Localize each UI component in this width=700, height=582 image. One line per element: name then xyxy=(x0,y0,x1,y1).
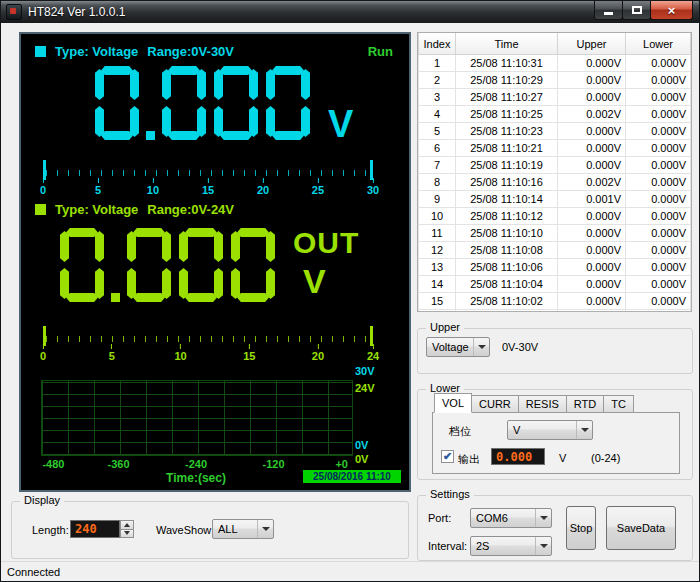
waveform-graph xyxy=(41,380,353,456)
cell-index: 3 xyxy=(419,89,456,106)
tab-resis[interactable]: RESIS xyxy=(518,395,567,413)
scale-tick-label: 15 xyxy=(243,344,255,362)
interval-value: 2S xyxy=(476,540,489,552)
cell-index: 5 xyxy=(419,123,456,140)
cell-lower: 0.000V xyxy=(626,157,691,174)
scale-endbar xyxy=(370,160,373,180)
lower-tabs: VOL CURR RESIS RTD TC xyxy=(434,393,633,413)
cell-lower: 0.000V xyxy=(626,140,691,157)
table-row: 1525/08 11:10:020.000V0.000V xyxy=(419,293,691,310)
scale-tick-label: 24 xyxy=(367,344,379,362)
table-row: 725/08 11:10:190.000V0.000V xyxy=(419,157,691,174)
chevron-down-icon xyxy=(473,338,489,356)
cell-index: 6 xyxy=(419,140,456,157)
table-row: 125/08 11:10:310.000V0.000V xyxy=(419,55,691,72)
spin-down-icon xyxy=(124,531,130,535)
check-icon: ✔ xyxy=(443,451,452,462)
scale-tick-label: 0 xyxy=(40,344,46,362)
output-checkbox[interactable]: ✔ xyxy=(441,450,454,463)
cell-lower: 0.000V xyxy=(626,259,691,276)
cell-lower: 0.000V xyxy=(626,242,691,259)
lower-channel-icon xyxy=(35,204,46,215)
cell-time: 25/08 11:10:14 xyxy=(456,191,558,208)
stop-button[interactable]: Stop xyxy=(566,506,596,550)
range-select[interactable]: V xyxy=(507,420,593,440)
savedata-button[interactable]: SaveData xyxy=(606,506,676,550)
cell-upper: 0.000V xyxy=(558,140,626,157)
output-range-label: (0-24) xyxy=(591,452,620,464)
chevron-down-icon xyxy=(535,537,551,555)
maximize-button[interactable] xyxy=(622,1,651,20)
table-row: 825/08 11:10:160.002V0.000V xyxy=(419,174,691,191)
cell-time: 25/08 11:10:08 xyxy=(456,242,558,259)
lower-channel-header: Type: Voltage Range:0V-24V xyxy=(35,202,234,217)
chevron-down-icon xyxy=(535,509,551,527)
cell-upper: 0.000V xyxy=(558,242,626,259)
settings-group-title: Settings xyxy=(426,488,474,500)
timestamp-badge: 25/08/2016 11:10 xyxy=(303,470,401,483)
window-controls: × xyxy=(595,1,693,20)
cell-time: 25/08 11:10:19 xyxy=(456,157,558,174)
tab-curr[interactable]: CURR xyxy=(471,395,519,413)
lower-range-label: Range:0V-24V xyxy=(147,202,234,217)
tab-tc[interactable]: TC xyxy=(603,395,634,413)
lower-lcd xyxy=(56,228,279,302)
scale-tick-label: 25 xyxy=(312,178,324,196)
cell-upper: 0.000V xyxy=(558,208,626,225)
window-title: HT824 Ver 1.0.0.1 xyxy=(28,5,125,19)
cell-upper: 0.000V xyxy=(558,293,626,310)
vol-tab-panel: 档位 V ✔ 输出 0.000 V (0-24) xyxy=(432,412,680,474)
interval-label: Interval: xyxy=(428,540,467,552)
maximize-icon xyxy=(632,6,642,14)
cell-time: 25/08 11:10:29 xyxy=(456,72,558,89)
table-row: 225/08 11:10:290.000V0.000V xyxy=(419,72,691,89)
port-select[interactable]: COM6 xyxy=(470,508,552,528)
output-label: 输出 xyxy=(458,452,480,467)
table-row: 1625/08 11:10:000.001V0.000V xyxy=(419,310,691,313)
cell-upper: 0.002V xyxy=(558,174,626,191)
upper-unit-label: V xyxy=(328,108,353,140)
port-value: COM6 xyxy=(476,512,508,524)
graph-x-label: +0 xyxy=(335,458,348,470)
minimize-button[interactable] xyxy=(594,1,623,20)
close-button[interactable]: × xyxy=(650,1,693,20)
tab-vol[interactable]: VOL xyxy=(434,393,472,413)
waveshow-value: ALL xyxy=(218,523,238,535)
cell-upper: 0.002V xyxy=(558,106,626,123)
spin-up-icon xyxy=(124,523,130,527)
scale-ticks xyxy=(46,336,370,342)
run-status: Run xyxy=(368,44,393,59)
cell-time: 25/08 11:10:16 xyxy=(456,174,558,191)
interval-select[interactable]: 2S xyxy=(470,536,552,556)
titlebar[interactable]: HT824 Ver 1.0.0.1 × xyxy=(1,1,699,23)
cell-lower: 0.000V xyxy=(626,72,691,89)
upper-channel-select[interactable]: Voltage xyxy=(426,337,490,357)
statusbar: Connected xyxy=(1,561,699,581)
cell-index: 9 xyxy=(419,191,456,208)
graph-ymin-upper: 0V xyxy=(355,439,368,451)
cell-index: 4 xyxy=(419,106,456,123)
cell-time: 25/08 11:10:04 xyxy=(456,276,558,293)
log-table[interactable]: Index Time Upper Lower 125/08 11:10:310.… xyxy=(417,32,692,312)
cell-index: 13 xyxy=(419,259,456,276)
tab-rtd[interactable]: RTD xyxy=(566,395,604,413)
waveshow-select[interactable]: ALL xyxy=(212,519,274,539)
col-time: Time xyxy=(456,33,558,55)
graph-ymax-upper: 30V xyxy=(355,365,375,377)
scale-tick-label: 10 xyxy=(174,344,186,362)
length-input[interactable]: 240 xyxy=(70,520,120,538)
output-value-input[interactable]: 0.000 xyxy=(491,448,545,465)
scale-tick-label: 5 xyxy=(109,344,115,362)
cell-lower: 0.000V xyxy=(626,191,691,208)
col-upper: Upper xyxy=(558,33,626,55)
cell-upper: 0.001V xyxy=(558,191,626,208)
output-unit-label: V xyxy=(559,452,566,464)
table-row: 1425/08 11:10:040.000V0.000V xyxy=(419,276,691,293)
cell-upper: 0.001V xyxy=(558,310,626,313)
cell-time: 25/08 11:10:23 xyxy=(456,123,558,140)
cell-time: 25/08 11:10:00 xyxy=(456,310,558,313)
cell-index: 11 xyxy=(419,225,456,242)
length-spin-down-button[interactable] xyxy=(120,529,134,539)
col-lower: Lower xyxy=(626,33,691,55)
table-row: 625/08 11:10:210.000V0.000V xyxy=(419,140,691,157)
